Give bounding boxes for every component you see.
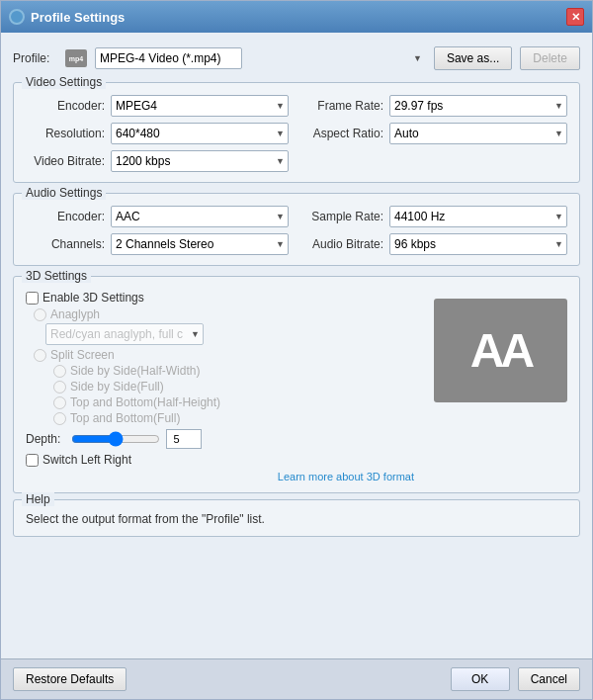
split-screen-label: Split Screen <box>50 348 115 362</box>
depth-value[interactable] <box>166 429 202 449</box>
anaglyph-label: Anaglyph <box>50 307 100 321</box>
anaglyph-select[interactable]: Red/cyan anaglyph, full color <box>45 323 204 345</box>
sample-rate-select-wrapper: 44100 Hz ▼ <box>389 206 567 227</box>
bottom-bar: Restore Defaults OK Cancel <box>1 658 592 699</box>
split-half-width-label: Side by Side(Half-Width) <box>70 364 200 378</box>
enable-3d-checkbox[interactable] <box>26 292 39 305</box>
audio-bitrate-row: Audio Bitrate: 96 kbps ▼ <box>304 233 567 255</box>
help-text: Select the output format from the "Profi… <box>26 512 567 526</box>
main-content: Profile: mp4 MPEG-4 Video (*.mp4) ▼ Save… <box>1 33 592 658</box>
window-title: Profile Settings <box>31 10 560 25</box>
encoder-select[interactable]: MPEG4 <box>111 95 289 117</box>
split-option-2-row: Side by Side(Full) <box>45 380 424 394</box>
aspect-ratio-select[interactable]: Auto <box>389 123 567 144</box>
help-section: Help Select the output format from the "… <box>13 499 580 537</box>
audio-encoder-row: Encoder: AAC ▼ <box>26 206 289 227</box>
depth-label: Depth: <box>26 432 65 446</box>
video-bitrate-select-wrapper: 1200 kbps ▼ <box>111 150 289 172</box>
audio-settings-grid: Encoder: AAC ▼ Sample Rate: 44100 Hz <box>26 206 567 255</box>
aspect-ratio-label: Aspect Ratio: <box>304 127 383 140</box>
profile-select[interactable]: MPEG-4 Video (*.mp4) <box>95 47 242 69</box>
learn-more-link[interactable]: Learn more about 3D format <box>26 471 414 482</box>
split-full-radio[interactable] <box>53 381 66 394</box>
frame-rate-label: Frame Rate: <box>304 99 383 113</box>
audio-settings-section: Audio Settings Encoder: AAC ▼ Sample Rat… <box>13 193 580 266</box>
split-half-width-radio[interactable] <box>53 365 66 378</box>
resolution-select[interactable]: 640*480 <box>111 123 289 144</box>
anaglyph-row: Anaglyph <box>26 307 424 321</box>
audio-encoder-select-wrapper: AAC ▼ <box>111 206 289 227</box>
window-icon <box>9 9 25 25</box>
3d-preview-box: AA <box>434 299 567 402</box>
channels-label: Channels: <box>26 237 105 251</box>
delete-button[interactable]: Delete <box>520 46 580 70</box>
frame-rate-row: Frame Rate: 29.97 fps ▼ <box>304 95 567 117</box>
frame-rate-select-wrapper: 29.97 fps ▼ <box>389 95 567 117</box>
depth-row: Depth: <box>26 429 424 449</box>
audio-bitrate-select[interactable]: 96 kbps <box>389 233 567 255</box>
switch-left-right-label: Switch Left Right <box>42 453 131 467</box>
profile-settings-window: Profile Settings ✕ Profile: mp4 MPEG-4 V… <box>0 0 593 700</box>
audio-bitrate-label: Audio Bitrate: <box>304 237 383 251</box>
resolution-select-wrapper: 640*480 ▼ <box>111 123 289 144</box>
video-empty-cell <box>304 150 567 172</box>
split-screen-radio[interactable] <box>34 349 46 362</box>
video-bitrate-row: Video Bitrate: 1200 kbps ▼ <box>26 150 289 172</box>
aspect-ratio-row: Aspect Ratio: Auto ▼ <box>304 123 567 144</box>
switch-left-right-checkbox[interactable] <box>26 454 39 467</box>
top-bottom-full-label: Top and Bottom(Full) <box>70 411 180 425</box>
cancel-button[interactable]: Cancel <box>518 667 580 691</box>
depth-slider[interactable] <box>71 432 160 446</box>
top-bottom-half-label: Top and Bottom(Half-Height) <box>70 395 220 409</box>
save-as-button[interactable]: Save as... <box>434 46 512 70</box>
sample-rate-row: Sample Rate: 44100 Hz ▼ <box>304 206 567 227</box>
restore-defaults-button[interactable]: Restore Defaults <box>13 667 127 691</box>
3d-settings-left: Enable 3D Settings Anaglyph Red/cyan ana… <box>26 285 424 482</box>
bottom-right-buttons: OK Cancel <box>451 667 580 691</box>
resolution-row: Resolution: 640*480 ▼ <box>26 123 289 144</box>
preview-text: AA <box>470 323 531 378</box>
close-button[interactable]: ✕ <box>566 8 584 26</box>
ok-button[interactable]: OK <box>451 667 510 691</box>
top-bottom-half-radio[interactable] <box>53 396 66 409</box>
help-title: Help <box>22 492 54 506</box>
split-screen-row: Split Screen <box>26 348 424 362</box>
audio-settings-title: Audio Settings <box>22 186 106 200</box>
channels-select[interactable]: 2 Channels Stereo <box>111 233 289 255</box>
enable-3d-label: Enable 3D Settings <box>42 291 144 305</box>
anaglyph-radio[interactable] <box>34 308 46 321</box>
resolution-label: Resolution: <box>26 127 105 140</box>
encoder-label: Encoder: <box>26 99 105 113</box>
split-sub-options: Side by Side(Half-Width) Side by Side(Fu… <box>26 364 424 425</box>
title-bar: Profile Settings ✕ <box>1 1 592 33</box>
anaglyph-select-wrapper: Red/cyan anaglyph, full color ▼ <box>45 323 204 345</box>
audio-bitrate-select-wrapper: 96 kbps ▼ <box>389 233 567 255</box>
split-option-3-row: Top and Bottom(Half-Height) <box>45 395 424 409</box>
audio-encoder-select[interactable]: AAC <box>111 206 289 227</box>
video-bitrate-label: Video Bitrate: <box>26 154 105 168</box>
video-bitrate-select[interactable]: 1200 kbps <box>111 150 289 172</box>
frame-rate-select[interactable]: 29.97 fps <box>389 95 567 117</box>
3d-settings-title: 3D Settings <box>22 269 91 283</box>
audio-encoder-label: Encoder: <box>26 210 105 223</box>
anaglyph-select-row: Red/cyan anaglyph, full color ▼ <box>26 323 424 345</box>
encoder-select-wrapper: MPEG4 ▼ <box>111 95 289 117</box>
profile-row: Profile: mp4 MPEG-4 Video (*.mp4) ▼ Save… <box>13 41 580 76</box>
channels-row: Channels: 2 Channels Stereo ▼ <box>26 233 289 255</box>
video-settings-grid: Encoder: MPEG4 ▼ Frame Rate: 29.97 fps <box>26 95 567 172</box>
enable-3d-row: Enable 3D Settings <box>26 291 424 305</box>
switch-left-right-row: Switch Left Right <box>26 453 424 467</box>
split-option-1-row: Side by Side(Half-Width) <box>45 364 424 378</box>
profile-select-wrapper: MPEG-4 Video (*.mp4) ▼ <box>95 47 426 69</box>
profile-select-arrow-icon: ▼ <box>413 53 422 63</box>
profile-label: Profile: <box>13 51 57 65</box>
encoder-row: Encoder: MPEG4 ▼ <box>26 95 289 117</box>
profile-format-icon: mp4 <box>65 49 87 67</box>
video-settings-title: Video Settings <box>22 75 106 89</box>
3d-settings-section: 3D Settings Enable 3D Settings Anaglyph … <box>13 276 580 493</box>
channels-select-wrapper: 2 Channels Stereo ▼ <box>111 233 289 255</box>
aspect-ratio-select-wrapper: Auto ▼ <box>389 123 567 144</box>
split-full-label: Side by Side(Full) <box>70 380 164 394</box>
sample-rate-select[interactable]: 44100 Hz <box>389 206 567 227</box>
top-bottom-full-radio[interactable] <box>53 412 66 425</box>
